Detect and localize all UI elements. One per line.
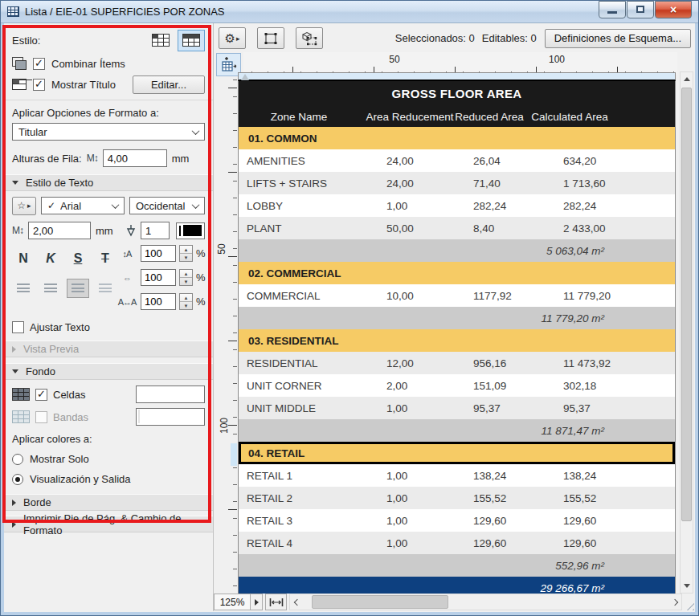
- value-cell[interactable]: 1,00: [386, 397, 473, 419]
- table-row[interactable]: UNIT CORNER2,00151,09302,18: [239, 374, 675, 397]
- pen-color-button[interactable]: [176, 222, 205, 239]
- value-cell[interactable]: 11 779,20: [563, 284, 675, 307]
- wrap-text-checkbox[interactable]: [12, 321, 24, 333]
- table-row[interactable]: LOBBY1,00282,24282,24: [239, 194, 675, 217]
- table-row[interactable]: PLANT50,008,402 433,00: [239, 217, 675, 239]
- horizontal-scrollbar[interactable]: [289, 594, 682, 610]
- align-center-button[interactable]: [39, 279, 62, 298]
- value-cell[interactable]: 1,00: [386, 464, 473, 487]
- view-and-output-radio[interactable]: [12, 474, 23, 485]
- table-row[interactable]: RESIDENTIAL12,00956,1611 473,92: [239, 352, 675, 374]
- favorites-button[interactable]: ☆▸: [12, 197, 36, 215]
- value-cell[interactable]: 155,52: [473, 487, 563, 509]
- zone-name-cell[interactable]: LIFTS + STAIRS: [239, 172, 386, 194]
- value-cell[interactable]: 138,24: [563, 464, 675, 487]
- value-cell[interactable]: 956,16: [473, 352, 563, 374]
- zone-name-cell[interactable]: RETAIL 3: [239, 509, 386, 532]
- border-section-header[interactable]: Borde: [4, 494, 213, 511]
- show-title-checkbox[interactable]: ✓: [33, 79, 45, 91]
- zone-name-cell[interactable]: COMMERCIAL: [239, 284, 386, 307]
- table-row[interactable]: COMMERCIAL10,001177,9211 779,20: [239, 284, 675, 307]
- italic-button[interactable]: K: [39, 248, 62, 269]
- bands-checkbox[interactable]: [35, 411, 47, 423]
- value-cell[interactable]: 282,24: [563, 194, 675, 217]
- restore-button[interactable]: [627, 1, 654, 18]
- text-style-section-header[interactable]: Estilo de Texto: [4, 174, 213, 191]
- value-cell[interactable]: 129,60: [563, 509, 675, 532]
- edit-title-button[interactable]: Editar...: [133, 75, 205, 94]
- table-row[interactable]: LIFTS + STAIRS24,0071,401 713,60: [239, 172, 675, 194]
- value-cell[interactable]: 1,00: [386, 509, 473, 532]
- zone-header-row[interactable]: 04. RETAIL: [239, 442, 675, 464]
- table-row[interactable]: RETAIL 41,00129,60129,60: [239, 532, 675, 554]
- value-cell[interactable]: 151,09: [473, 374, 563, 397]
- value-cell[interactable]: 71,40: [473, 172, 563, 194]
- cells-checkbox[interactable]: ✓: [35, 389, 47, 401]
- value-cell[interactable]: 155,52: [563, 487, 675, 509]
- letter-spacing-input[interactable]: [141, 293, 176, 310]
- value-cell[interactable]: 2,00: [386, 374, 473, 397]
- font-size-input[interactable]: [28, 222, 91, 239]
- value-cell[interactable]: 138,24: [473, 464, 563, 487]
- vertical-scrollbar[interactable]: [680, 71, 693, 594]
- line-spacing-stepper[interactable]: ▲▼: [179, 245, 193, 262]
- value-cell[interactable]: 24,00: [386, 172, 473, 194]
- zone-header-row[interactable]: 02. COMMERCIAL: [239, 262, 675, 284]
- value-cell[interactable]: 95,37: [563, 397, 675, 419]
- resize-grip[interactable]: [682, 594, 694, 610]
- value-cell[interactable]: 129,60: [473, 532, 563, 554]
- table-row[interactable]: RETAIL 11,00138,24138,24: [239, 464, 675, 487]
- close-button[interactable]: ×: [655, 1, 692, 18]
- value-cell[interactable]: 10,00: [386, 284, 473, 307]
- font-script-select[interactable]: Occidental: [129, 197, 205, 214]
- bold-button[interactable]: N: [12, 248, 35, 269]
- value-cell[interactable]: 282,24: [473, 194, 563, 217]
- value-cell[interactable]: 95,37: [473, 397, 563, 419]
- horizontal-scroll-thumb[interactable]: [312, 595, 448, 609]
- vertical-scroll-thumb[interactable]: [681, 88, 692, 521]
- value-cell[interactable]: 12,00: [386, 352, 473, 374]
- zoom-level-field[interactable]: 125%: [214, 594, 251, 610]
- print-footer-section-header[interactable]: Imprimir Pie de Pág. & Cambio de Formato: [4, 516, 213, 532]
- value-cell[interactable]: 302,18: [563, 374, 675, 397]
- table-row[interactable]: RETAIL 21,00155,52155,52: [239, 487, 675, 509]
- style-flat-button[interactable]: [147, 30, 174, 51]
- minimize-button[interactable]: [599, 1, 626, 18]
- table-row[interactable]: UNIT MIDDLE1,0095,3795,37: [239, 397, 675, 419]
- select-in-model-button[interactable]: [296, 27, 323, 49]
- zoom-menu-button[interactable]: [251, 594, 263, 610]
- vertical-scroll-track[interactable]: [681, 86, 693, 579]
- zone-header-row[interactable]: 01. COMMON: [239, 127, 675, 149]
- zone-name-cell[interactable]: RETAIL 2: [239, 487, 386, 509]
- style-header-button[interactable]: [178, 30, 205, 51]
- zone-name-cell[interactable]: RETAIL 4: [239, 532, 386, 554]
- table-row[interactable]: AMENITIES24,0026,04634,20: [239, 149, 675, 172]
- value-cell[interactable]: 2 433,00: [563, 217, 675, 239]
- zone-name-cell[interactable]: AMENITIES: [239, 149, 386, 172]
- value-cell[interactable]: 50,00: [386, 217, 473, 239]
- strikethrough-button[interactable]: T: [94, 248, 117, 269]
- value-cell[interactable]: 26,04: [473, 149, 563, 172]
- value-cell[interactable]: 1,00: [386, 194, 473, 217]
- settings-menu-button[interactable]: ⚙ ▸: [219, 27, 246, 49]
- value-cell[interactable]: 1,00: [386, 487, 473, 509]
- value-cell[interactable]: 1 713,60: [563, 172, 675, 194]
- value-cell[interactable]: 11 473,92: [563, 352, 675, 374]
- scheme-settings-button[interactable]: Definiciones de Esquema...: [545, 29, 691, 48]
- font-family-select[interactable]: ✓ Arial: [41, 197, 125, 214]
- letter-spacing-stepper[interactable]: ▲▼: [179, 293, 193, 310]
- format-target-select[interactable]: Titular: [12, 123, 205, 141]
- horizontal-scroll-track[interactable]: [304, 594, 668, 610]
- underline-button[interactable]: S: [67, 248, 89, 269]
- scroll-down-button[interactable]: [681, 579, 693, 593]
- value-cell[interactable]: 8,40: [473, 217, 563, 239]
- preview-section-header[interactable]: Vista Previa: [4, 341, 213, 357]
- value-cell[interactable]: 1,00: [386, 532, 473, 554]
- fit-width-button[interactable]: [265, 594, 287, 610]
- zone-name-cell[interactable]: RETAIL 1: [239, 464, 386, 487]
- zone-name-cell[interactable]: PLANT: [239, 217, 386, 239]
- zone-name-cell[interactable]: UNIT CORNER: [239, 374, 386, 397]
- align-left-button[interactable]: [12, 279, 35, 298]
- align-right-button[interactable]: [67, 279, 89, 298]
- zone-name-cell[interactable]: UNIT MIDDLE: [239, 397, 386, 419]
